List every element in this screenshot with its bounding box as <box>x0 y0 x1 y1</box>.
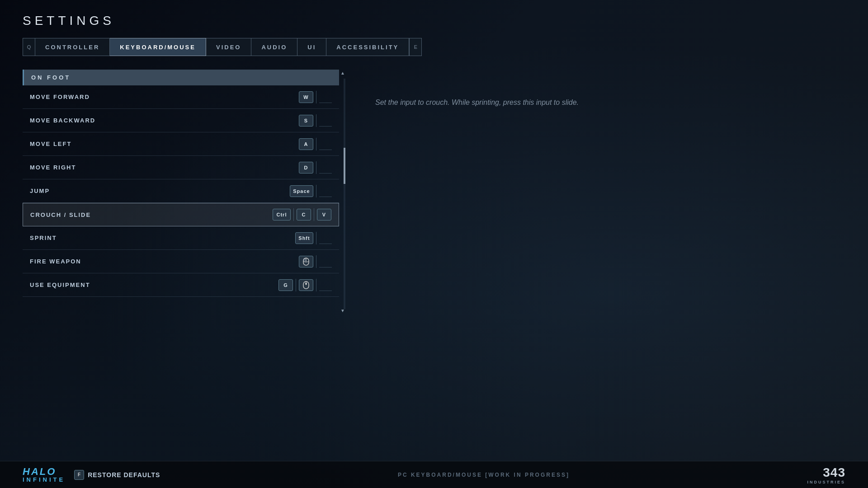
tab-accessibility[interactable]: ACCESSIBILITY <box>326 38 409 56</box>
key-bindings-move-backward: S <box>299 114 332 127</box>
restore-key-badge: F <box>74 470 84 480</box>
binding-name-fire-weapon: FIRE WEAPON <box>30 258 299 265</box>
halo-logo-text: HALO <box>23 467 56 477</box>
tab-prefix-bracket: Q <box>23 38 35 56</box>
separator <box>316 161 316 174</box>
binding-name-move-forward: MOVE FORWARD <box>30 94 299 100</box>
binding-row-jump[interactable]: JUMP Space <box>23 179 339 203</box>
bottom-left: HALO INFINITE F Restore Defaults <box>23 467 160 483</box>
key-bindings-move-left: A <box>299 138 332 150</box>
key-bindings-crouch-slide: Ctrl C V <box>273 208 331 221</box>
empty-slot <box>319 91 332 103</box>
empty-slot <box>319 232 332 244</box>
key-badge-v: V <box>317 209 331 221</box>
empty-slot <box>319 115 332 127</box>
separator <box>316 91 316 103</box>
scrollbar-track <box>344 79 345 309</box>
binding-row-sprint[interactable]: SPRINT Shft <box>23 226 339 250</box>
svg-point-5 <box>305 283 307 285</box>
svg-rect-2 <box>303 258 306 262</box>
binding-row-fire-weapon[interactable]: FIRE WEAPON <box>23 250 339 273</box>
binding-row-move-right[interactable]: MOVE RIGHT D <box>23 156 339 179</box>
binding-name-move-left: MOVE LEFT <box>30 141 299 147</box>
tabs-row: Q CONTROLLER KEYBOARD/MOUSE VIDEO AUDIO … <box>23 38 845 56</box>
separator <box>316 255 316 268</box>
keybindings-panel: ▲ ▼ ON FOOT MOVE FORWARD W MOVE BACKWARD <box>23 70 339 318</box>
empty-slot <box>319 279 332 291</box>
separator <box>314 208 314 221</box>
key-bindings-fire-weapon <box>299 255 332 268</box>
scroll-up-arrow[interactable]: ▲ <box>340 70 346 76</box>
tab-ui[interactable]: UI <box>297 38 326 56</box>
tab-video[interactable]: VIDEO <box>206 38 251 56</box>
tab-keyboard-mouse[interactable]: KEYBOARD/MOUSE <box>110 38 206 56</box>
binding-name-move-right: MOVE RIGHT <box>30 164 299 171</box>
key-badge-a: A <box>299 138 313 150</box>
binding-row-crouch-slide[interactable]: CROUCH / SLIDE Ctrl C V <box>23 203 339 226</box>
binding-name-jump: JUMP <box>30 188 290 194</box>
separator <box>316 279 316 291</box>
infinite-logo-text: INFINITE <box>23 477 65 483</box>
description-panel: Set the input to crouch. While sprinting… <box>339 70 845 318</box>
separator <box>316 114 316 127</box>
key-badge-space: Space <box>290 185 313 197</box>
binding-row-move-backward[interactable]: MOVE BACKWARD S <box>23 109 339 132</box>
separator <box>296 279 296 291</box>
tab-audio[interactable]: AUDIO <box>251 38 297 56</box>
binding-name-crouch-slide: CROUCH / SLIDE <box>30 211 273 218</box>
key-badge-g: G <box>278 279 293 291</box>
restore-label: Restore Defaults <box>88 471 160 479</box>
separator <box>316 185 316 197</box>
tab-suffix-bracket: E <box>409 38 422 56</box>
separator <box>316 232 316 244</box>
key-badge-w: W <box>299 91 313 103</box>
page-title: SETTINGS <box>23 14 845 28</box>
key-bindings-move-forward: W <box>299 91 332 103</box>
binding-row-move-forward[interactable]: MOVE FORWARD W <box>23 85 339 109</box>
binding-row-move-left[interactable]: MOVE LEFT A <box>23 132 339 156</box>
description-text: Set the input to crouch. While sprinting… <box>375 97 579 108</box>
halo-logo: HALO INFINITE <box>23 467 65 483</box>
key-badge-c: C <box>297 209 311 221</box>
key-bindings-sprint: Shft <box>295 232 332 244</box>
key-badge-mouse-left <box>299 256 313 267</box>
separator <box>316 138 316 150</box>
separator <box>293 208 294 221</box>
key-badge-mouse-mid <box>299 279 313 291</box>
studio-logo: 343 INDUSTRIES <box>807 465 845 484</box>
key-badge-d: D <box>299 162 313 174</box>
scroll-down-arrow[interactable]: ▼ <box>340 307 346 314</box>
binding-name-use-equipment: USE EQUIPMENT <box>30 282 278 288</box>
empty-slot <box>319 162 332 174</box>
studio-number: 343 <box>823 465 845 480</box>
key-badge-ctrl: Ctrl <box>273 209 291 221</box>
section-header-on-foot: ON FOOT <box>23 70 339 85</box>
binding-name-move-backward: MOVE BACKWARD <box>30 117 299 124</box>
main-area: ▲ ▼ ON FOOT MOVE FORWARD W MOVE BACKWARD <box>23 70 845 318</box>
binding-row-use-equipment[interactable]: USE EQUIPMENT G <box>23 273 339 297</box>
empty-slot <box>319 185 332 197</box>
tab-controller[interactable]: CONTROLLER <box>35 38 110 56</box>
restore-defaults-button[interactable]: F Restore Defaults <box>74 470 160 480</box>
scrollbar-thumb[interactable] <box>344 148 345 184</box>
studio-name: INDUSTRIES <box>807 480 845 484</box>
bottom-center-label: PC KEYBOARD/MOUSE [WORK IN PROGRESS] <box>398 472 570 478</box>
key-badge-s: S <box>299 115 313 127</box>
empty-slot <box>319 256 332 267</box>
bottom-bar: HALO INFINITE F Restore Defaults PC KEYB… <box>0 461 868 488</box>
empty-slot <box>319 138 332 150</box>
key-bindings-use-equipment: G <box>278 279 332 291</box>
key-bindings-jump: Space <box>290 185 332 197</box>
key-badge-shift: Shft <box>295 232 313 244</box>
binding-name-sprint: SPRINT <box>30 235 295 241</box>
key-bindings-move-right: D <box>299 161 332 174</box>
